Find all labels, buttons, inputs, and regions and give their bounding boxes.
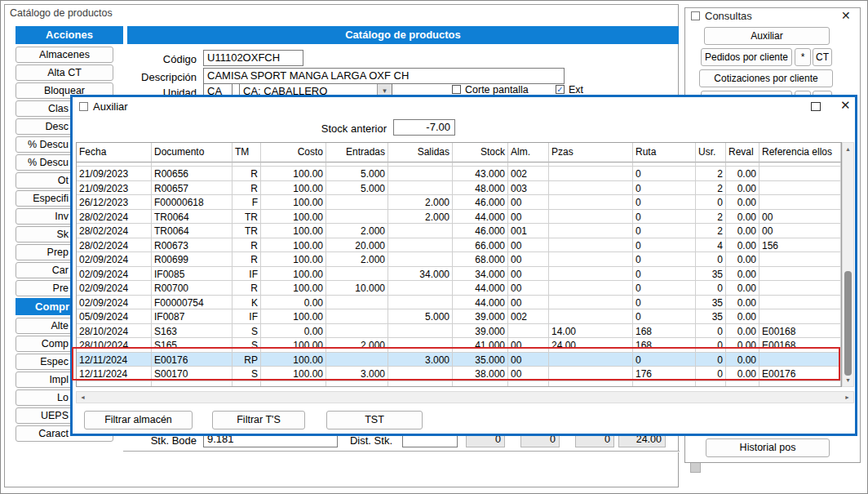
- table-cell: [77, 381, 152, 388]
- table-cell: 00: [508, 353, 549, 367]
- table-cell: 100.00: [261, 224, 326, 238]
- table-cell: 001: [508, 224, 549, 238]
- table-cell: 100.00: [261, 195, 326, 210]
- table-cell: 0: [633, 353, 696, 367]
- table-cell: [549, 224, 633, 238]
- table-cell: TR: [232, 224, 261, 238]
- table-cell: [760, 195, 841, 210]
- table-cell: 2: [696, 210, 726, 225]
- column-header[interactable]: Reval: [726, 143, 760, 162]
- table-row[interactable]: 21/09/2023R00657R100.005.00048.000003020…: [77, 181, 841, 196]
- table-row[interactable]: 05/09/2024IF0087IF100.005.00039.00000203…: [77, 309, 841, 324]
- column-header[interactable]: Pzas: [549, 143, 633, 162]
- table-row[interactable]: 12/11/2024E00176RP100.003.00035.00000000…: [77, 353, 841, 367]
- table-row[interactable]: 02/09/2024R00700R100.0010.00044.00000000…: [77, 281, 841, 296]
- ext-checkbox[interactable]: ✓: [556, 85, 565, 94]
- close-icon[interactable]: ✕: [840, 98, 851, 113]
- sidebar-button[interactable]: Almacenes: [16, 47, 113, 63]
- table-cell: [508, 381, 549, 388]
- filtrar-ts-button[interactable]: Filtrar T'S: [212, 411, 305, 429]
- table-row[interactable]: 28/10/2024S165S100.002.00041.0000024.001…: [77, 338, 841, 353]
- column-header[interactable]: Ruta: [633, 143, 696, 162]
- table-cell: 00: [508, 367, 549, 381]
- corte-pantalla-checkbox[interactable]: [452, 85, 461, 94]
- scrollbar-thumb[interactable]: [844, 271, 852, 376]
- table-row[interactable]: 26/12/2023F00000618F100.002.00046.000000…: [77, 195, 841, 210]
- ct-button[interactable]: CT: [813, 48, 832, 66]
- table-cell: 176: [633, 367, 696, 381]
- table-row[interactable]: 28/10/2024S163S0.0039.00014.0016800.00E0…: [77, 324, 841, 339]
- tst-button[interactable]: TST: [326, 411, 423, 429]
- table-cell: IF: [232, 267, 261, 282]
- table-cell: 00: [760, 224, 841, 238]
- table-row[interactable]: 12/11/2024S00170S100.003.00038.000001760…: [77, 367, 841, 381]
- scroll-down-icon[interactable]: ▼: [843, 375, 853, 385]
- horizontal-scrollbar[interactable]: ◄ ►: [76, 391, 854, 403]
- sidebar-button[interactable]: Alta CT: [16, 65, 113, 81]
- filtrar-almacen-button[interactable]: Filtrar almacén: [84, 411, 193, 429]
- column-header[interactable]: Documento: [152, 143, 232, 162]
- historial-pos-button[interactable]: Historial pos: [706, 438, 830, 457]
- stock-anterior-field[interactable]: -7.00: [393, 119, 455, 136]
- column-header[interactable]: Salidas: [388, 143, 453, 162]
- column-header[interactable]: Referencia ellos: [760, 143, 841, 162]
- column-header[interactable]: Costo: [261, 143, 326, 162]
- table-row[interactable]: 28/02/2024R00673R100.0020.00066.00000040…: [77, 238, 841, 253]
- table-cell: R00656: [152, 167, 232, 181]
- table-cell: 002: [508, 309, 549, 324]
- table-cell: [388, 367, 453, 381]
- vertical-scrollbar[interactable]: ▲ ▼: [842, 142, 854, 387]
- column-header[interactable]: Usr.: [696, 143, 726, 162]
- table-cell: [549, 267, 633, 282]
- table-cell: TR0064: [152, 224, 232, 238]
- table-cell: 28/10/2024: [77, 338, 152, 353]
- table-cell: [388, 167, 453, 181]
- table-row[interactable]: 02/09/2024IF0085IF100.0034.00034.0000003…: [77, 267, 841, 282]
- stock-anterior-label: Stock anterior: [277, 122, 387, 135]
- table-row[interactable]: 28/02/2024TR0064TR100.002.00044.00000020…: [77, 210, 841, 225]
- scroll-left-icon[interactable]: ◄: [78, 392, 88, 403]
- table-cell: IF: [232, 309, 261, 324]
- table-cell: 0: [696, 367, 726, 381]
- consultas-title: Consultas: [705, 10, 752, 22]
- window-icon: [691, 11, 700, 20]
- table-cell: [388, 296, 453, 310]
- column-header[interactable]: Alm.: [508, 143, 549, 162]
- scroll-right-icon[interactable]: ►: [842, 392, 852, 403]
- table-row[interactable]: 02/09/2024F00000754K0.0044.000000350.00: [77, 296, 841, 310]
- table-cell: F00000754: [152, 296, 232, 310]
- table-cell: 0: [633, 224, 696, 238]
- column-header[interactable]: Stock: [453, 143, 508, 162]
- maximize-icon[interactable]: [811, 102, 821, 111]
- column-header[interactable]: TM: [232, 143, 261, 162]
- close-icon[interactable]: ✕: [841, 9, 851, 22]
- table-cell: R: [232, 281, 261, 296]
- column-header[interactable]: Entradas: [326, 143, 388, 162]
- table-cell: 100.00: [261, 238, 326, 253]
- scroll-up-icon[interactable]: ▲: [843, 144, 853, 154]
- table-cell: 0.00: [726, 324, 760, 339]
- table-cell: 21/09/2023: [77, 167, 152, 181]
- table-cell: R00673: [152, 238, 232, 253]
- table-row[interactable]: 02/09/2024R00699R100.002.00068.00000000.…: [77, 252, 841, 267]
- descripcion-label: Descripción: [123, 71, 197, 83]
- table-cell: 0.00: [726, 281, 760, 296]
- form-header: Catálogo de productos: [127, 26, 679, 44]
- table-cell: E00168: [760, 338, 841, 353]
- table-cell: 0: [633, 267, 696, 282]
- table-cell: 0.00: [261, 296, 326, 310]
- column-header[interactable]: Fecha: [77, 143, 152, 162]
- table-cell: [549, 252, 633, 267]
- table-row[interactable]: 28/02/2024TR0064TR100.002.00046.00000102…: [77, 224, 841, 238]
- table-cell: 5.000: [388, 309, 453, 324]
- table-cell: F: [232, 195, 261, 210]
- table-row[interactable]: 21/09/2023R00656R100.005.00043.000002020…: [77, 167, 841, 181]
- consultas-button[interactable]: Pedidos por cliente: [701, 48, 792, 66]
- codigo-field[interactable]: U11102OXFCH: [203, 50, 303, 66]
- star-button[interactable]: *: [795, 48, 811, 66]
- consultas-button[interactable]: Auxiliar: [704, 27, 830, 45]
- consultas-button[interactable]: Cotizaciones por cliente: [699, 69, 833, 87]
- descripcion-field[interactable]: CAMISA SPORT MANGA LARGA OXF CH: [203, 68, 565, 84]
- table-cell: 002: [508, 167, 549, 181]
- table-cell: 100.00: [261, 309, 326, 324]
